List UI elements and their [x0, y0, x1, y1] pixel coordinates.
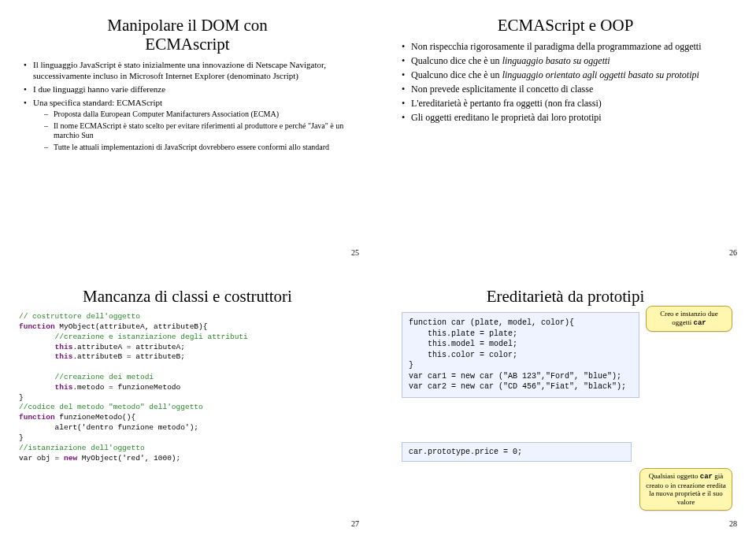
- sub-bullet: Il nome ECMAScript è stato scelto per ev…: [44, 121, 356, 141]
- code-line: .metodo = funzioneMetodo: [72, 383, 180, 392]
- code-box: function car (plate, model, color){ this…: [402, 312, 639, 398]
- page-number: 25: [351, 248, 359, 257]
- bullet-list: Non rispecchia rigorosamente il paradigm…: [397, 41, 734, 124]
- code-kw: this: [55, 383, 73, 392]
- code-box: car.prototype.price = 0;: [402, 442, 632, 462]
- page-number: 27: [351, 519, 359, 528]
- bullet: Non prevede esplicitamente il concetto d…: [402, 84, 734, 95]
- bullet-text: Una specifica standard: ECMAScript: [33, 98, 162, 107]
- bullet: Non rispecchia rigorosamente il paradigm…: [402, 41, 734, 53]
- bullet-text: Qualcuno dice che è un: [411, 55, 502, 66]
- slide-28: Ereditarietà da prototipi function car (…: [384, 277, 747, 531]
- slide-title: Ereditarietà da prototipi: [397, 287, 734, 306]
- bullet-em: linguaggio orientato agli oggetti basato…: [502, 69, 699, 80]
- bullet: Una specifica standard: ECMAScript Propo…: [24, 98, 356, 153]
- bullet: Qualcuno dice che è un linguaggio basato…: [402, 55, 734, 67]
- slide-26: ECMAScript e OOP Non rispecchia rigorosa…: [384, 6, 747, 260]
- note-text: Qualsiasi oggetto: [649, 472, 700, 480]
- code-line: }: [19, 433, 24, 442]
- code-indent: [19, 343, 55, 351]
- code-kw: function: [19, 413, 55, 422]
- code-kw: this: [55, 343, 73, 351]
- slide-title: Mancanza di classi e costruttori: [19, 287, 356, 306]
- code-indent: [19, 383, 55, 392]
- code-line: .attributeB = attributeB;: [72, 352, 185, 361]
- code-line: //creazione e istanziazione degli attrib…: [19, 333, 248, 341]
- bullet-em: linguaggio basato su oggetti: [502, 55, 610, 66]
- page-number: 26: [729, 248, 737, 257]
- code-line: alert('dentro funzione metodo');: [19, 423, 198, 432]
- code-line: // costruttore dell'oggetto: [19, 312, 140, 321]
- code-indent: [19, 352, 55, 361]
- bullet: Qualcuno dice che è un linguaggio orient…: [402, 69, 734, 81]
- code-line: .attributeA = attributeA;: [72, 343, 185, 351]
- code-kw: function: [19, 322, 55, 331]
- code-line: //istanziazione dell'oggetto: [19, 444, 145, 452]
- code-line: MyObject('red', 1000);: [77, 454, 180, 463]
- note-callout: Qualsiasi oggetto car già creato o in cr…: [639, 468, 732, 511]
- bullet-text: Qualcuno dice che è un: [411, 69, 502, 80]
- slide-title: Manipolare il DOM con ECMAscript: [19, 16, 356, 54]
- sub-bullet: Tutte le attuali implementazioni di Java…: [44, 143, 356, 153]
- code-line: //codice del metodo "metodo" dell'oggett…: [19, 403, 203, 411]
- note-callout: Creo e instanzio due oggetti car: [646, 306, 732, 332]
- note-text: Creo e instanzio due oggetti: [660, 310, 718, 326]
- bullet: Gli oggetti ereditano le proprietà dai l…: [402, 112, 734, 124]
- code-line: MyObject(attributeA, attributeB){: [55, 322, 208, 331]
- code-kw: this: [55, 352, 73, 361]
- note-code: car: [700, 473, 713, 481]
- slide-25: Manipolare il DOM con ECMAscript Il ling…: [6, 6, 369, 260]
- slide-title: ECMAScript e OOP: [397, 16, 734, 35]
- bullet: L'ereditarietà è pertanto fra oggetti (n…: [402, 98, 734, 110]
- code-line: }: [19, 393, 24, 402]
- code-block: // costruttore dell'oggetto function MyO…: [19, 312, 356, 463]
- sub-bullet: Proposta dalla European Computer Manifac…: [44, 110, 356, 120]
- code-line: //creazione dei metodi: [19, 373, 154, 381]
- code-line: funzioneMetodo(){: [55, 413, 136, 422]
- note-code: car: [694, 319, 706, 327]
- page-number: 28: [729, 519, 737, 528]
- bullet-list: Il linguaggio JavaScript è stato inizial…: [19, 60, 356, 152]
- sub-bullet-list: Proposta dalla European Computer Manifac…: [33, 110, 356, 152]
- code-line: var obj =: [19, 454, 64, 463]
- code-kw: new: [64, 454, 77, 463]
- bullet: Il linguaggio JavaScript è stato inizial…: [24, 60, 356, 82]
- slide-27: Mancanza di classi e costruttori // cost…: [6, 277, 369, 531]
- page: Manipolare il DOM con ECMAscript Il ling…: [0, 0, 756, 539]
- bullet: I due linguaggi hanno varie differenze: [24, 84, 356, 95]
